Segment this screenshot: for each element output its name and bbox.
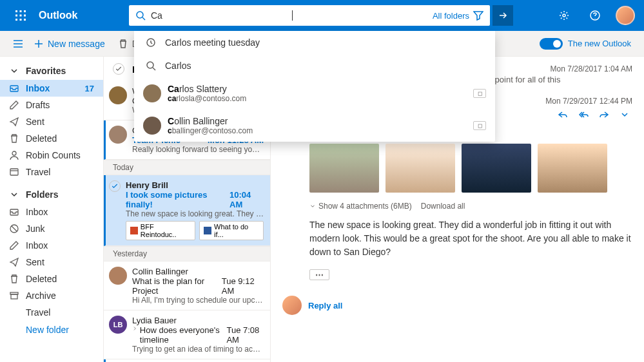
expand-button[interactable] <box>617 107 632 124</box>
nav-drafts[interactable]: Drafts <box>0 97 103 113</box>
search-icon <box>135 10 146 21</box>
group-today: Today <box>104 160 270 175</box>
suggestion-text: Carlos <box>165 61 191 71</box>
search-scope-dropdown[interactable]: All folders <box>433 11 473 21</box>
new-message-button[interactable]: New message <box>28 39 110 49</box>
nav-item-label: Inbox <box>26 83 50 93</box>
history-icon <box>143 37 159 48</box>
match-highlight: C <box>168 116 174 126</box>
app-launcher-button[interactable] <box>5 0 36 31</box>
new-outlook-label: The new Outlook <box>568 39 631 48</box>
nav-inbox[interactable]: Inbox17 <box>0 80 103 97</box>
settings-button[interactable] <box>550 0 578 31</box>
sender-name: Henry Brill <box>126 180 168 190</box>
person-name: ollin Ballinger <box>174 116 228 126</box>
sender-avatar <box>109 267 127 285</box>
reply-all-button[interactable] <box>576 107 591 124</box>
person-avatar <box>143 84 161 102</box>
timestamp: 10:04 AM <box>229 190 264 209</box>
search-box[interactable]: All folders <box>129 5 490 26</box>
svg-point-26 <box>147 62 153 68</box>
timestamp: Tue 7:08 AM <box>226 325 264 345</box>
forward-button[interactable] <box>596 107 612 124</box>
suggestion-search[interactable]: Carlos <box>134 54 495 77</box>
sender-avatar <box>109 126 127 144</box>
nav-travel[interactable]: Travel <box>0 164 103 180</box>
select-all-checkbox[interactable] <box>113 63 124 75</box>
text-cursor <box>292 10 293 21</box>
nav-folder-sent[interactable]: Sent <box>0 254 103 271</box>
message-item[interactable]: LB Lydia BauerHow does everyone's timeli… <box>104 310 270 359</box>
search-submit-button[interactable] <box>493 5 513 26</box>
timestamp: Tue 9:12 AM <box>222 276 264 296</box>
attachment-name: BFF Reintoduc.. <box>141 223 191 238</box>
nav-folder-junk[interactable]: Junk <box>0 220 103 237</box>
match-highlight: c <box>168 126 172 135</box>
image-thumbnail[interactable] <box>538 144 607 193</box>
folders-header[interactable]: Folders <box>0 186 103 204</box>
sender-name: Lydia Bauer <box>132 316 177 325</box>
attachment-thumbnails <box>309 144 632 193</box>
search-input[interactable] <box>146 10 296 21</box>
nav-item-label: Travel <box>26 167 50 177</box>
person-name: rlos Slattery <box>179 84 227 94</box>
nav-folder-inbox[interactable]: Inbox <box>0 204 103 220</box>
nav-folder-inbox2[interactable]: Inbox <box>0 237 103 254</box>
reply-all-link[interactable]: Reply all <box>308 301 342 310</box>
contact-card-icon[interactable]: ◻ <box>473 89 486 98</box>
suggestion-person[interactable]: Carlos Slatterycarlosla@contoso.com ◻ <box>134 77 495 110</box>
powerpoint-icon <box>130 227 138 234</box>
attachment-chip[interactable]: BFF Reintoduc.. <box>126 221 195 240</box>
image-thumbnail[interactable] <box>385 144 455 193</box>
folder-nav: Favorites Inbox17 Drafts Sent Deleted Ro… <box>0 57 103 362</box>
nav-item-label: Archive <box>26 291 56 301</box>
word-icon <box>204 227 211 234</box>
nav-deleted[interactable]: Deleted <box>0 130 103 147</box>
favorites-header[interactable]: Favorites <box>0 62 103 80</box>
attachment-chip[interactable]: What to do if... <box>199 221 264 240</box>
person-email: rlosla@contoso.com <box>176 94 246 103</box>
nav-folder-deleted[interactable]: Deleted <box>0 271 103 287</box>
reply-all-row[interactable]: Reply all <box>282 296 632 315</box>
new-outlook-toggle[interactable] <box>540 38 563 50</box>
message-checkbox[interactable] <box>109 180 121 192</box>
app-name: Outlook <box>36 10 129 21</box>
nav-item-label: Junk <box>26 224 45 234</box>
new-folder-link[interactable]: New folder <box>0 321 103 339</box>
new-message-label: New message <box>48 39 105 49</box>
image-thumbnail[interactable] <box>309 144 379 193</box>
svg-rect-5 <box>24 15 26 17</box>
nav-person[interactable]: Robin Counts <box>0 147 103 164</box>
nav-folder-travel[interactable]: Travel <box>0 304 103 321</box>
suggestion-person[interactable]: Collin Ballingercballinger@contoso.com ◻ <box>134 110 495 142</box>
subject: What is the plan for Project <box>132 276 222 296</box>
svg-point-11 <box>563 14 565 17</box>
nav-folder-archive[interactable]: Archive <box>0 287 103 304</box>
download-all-link[interactable]: Download all <box>421 202 465 211</box>
nav-toggle-button[interactable] <box>8 39 28 49</box>
message-item-selected[interactable]: Henry BrillI took some pictures finally!… <box>104 175 270 246</box>
contact-card-icon[interactable]: ◻ <box>473 121 486 130</box>
show-attachments-toggle[interactable]: Show 4 attachments (6MB) <box>309 202 412 211</box>
message-item[interactable]: Collin BallingerWhat is the plan for Pro… <box>104 262 270 310</box>
user-avatar <box>282 296 302 315</box>
image-thumbnail[interactable] <box>462 144 531 193</box>
svg-line-27 <box>153 68 155 70</box>
nav-item-label: Deleted <box>26 274 57 284</box>
message-item[interactable]: Celeste burton!Machine budgetTue 6:27 AM… <box>104 359 270 362</box>
user-avatar[interactable] <box>616 6 635 25</box>
group-yesterday: Yesterday <box>104 246 270 262</box>
svg-rect-4 <box>20 15 22 17</box>
filter-icon[interactable] <box>473 10 483 21</box>
svg-rect-3 <box>15 15 17 17</box>
svg-rect-24 <box>11 294 17 299</box>
nav-item-label: Robin Counts <box>26 150 81 160</box>
nav-sent[interactable]: Sent <box>0 113 103 130</box>
suggestion-history[interactable]: Carlos meeting tuesday <box>134 31 495 54</box>
svg-line-10 <box>142 17 145 20</box>
more-actions-button[interactable]: ⋯ <box>309 269 329 280</box>
help-button[interactable] <box>581 0 609 31</box>
person-email: ballinger@contoso.com <box>172 126 253 135</box>
search-suggestions-dropdown: Carlos meeting tuesday Carlos Carlos Sla… <box>134 31 495 142</box>
reply-button[interactable] <box>555 107 571 124</box>
